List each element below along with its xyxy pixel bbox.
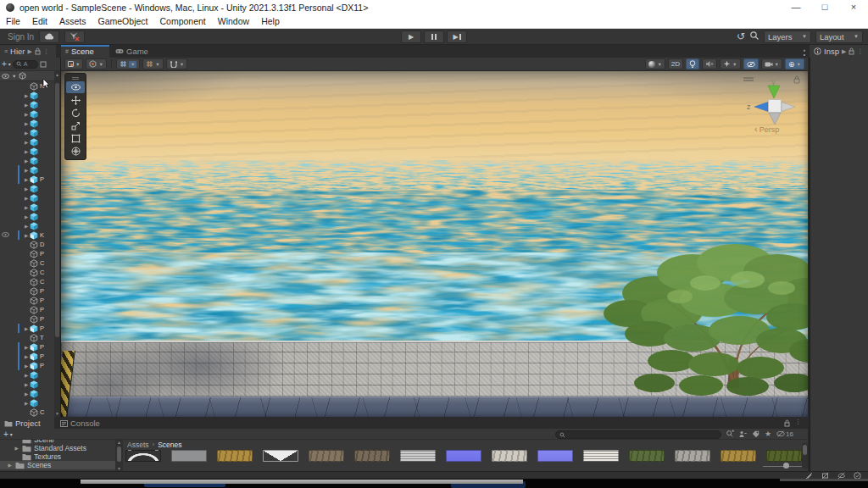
slider-knob[interactable] <box>783 463 789 469</box>
menu-assets[interactable]: Assets <box>53 16 92 26</box>
texture-purple-2[interactable] <box>537 450 573 462</box>
scroll-up-icon[interactable]: ▲ <box>115 440 123 445</box>
menu-window[interactable]: Window <box>212 16 255 26</box>
hierarchy-item[interactable]: T <box>0 333 60 342</box>
texture-marble[interactable] <box>400 450 436 462</box>
grid-snapping-button[interactable]: ▼ <box>116 58 140 69</box>
project-tree-scrollbar[interactable]: ▲ ▼ <box>115 440 123 471</box>
search-button[interactable] <box>749 29 760 44</box>
hierarchy-item[interactable]: C <box>0 277 60 286</box>
kebab-menu-icon[interactable]: ⋮ <box>43 48 49 55</box>
texture-green[interactable] <box>629 450 665 462</box>
perspective-label[interactable]: ‹Persp <box>754 124 779 134</box>
tool-handle-position-button[interactable]: ▼ <box>64 58 83 69</box>
overlay-drag-handle[interactable] <box>66 75 85 80</box>
hierarchy-scrollbar[interactable]: ▲ ▼ <box>54 71 60 417</box>
thumbnail-zoom-slider[interactable] <box>763 464 802 468</box>
favorites-star-icon[interactable]: ★ <box>765 430 771 438</box>
hierarchy-item[interactable]: ▶ <box>0 221 60 230</box>
hierarchy-item[interactable]: ▶ <box>0 380 60 389</box>
hierarchy-item[interactable]: N <box>0 81 60 91</box>
foldout-arrow-icon[interactable]: ▶ <box>23 149 30 154</box>
hierarchy-item[interactable]: ▶ <box>0 398 60 408</box>
texture-rock-dark[interactable] <box>354 450 390 462</box>
hierarchy-item[interactable]: ▶ <box>0 91 60 100</box>
foldout-arrow-icon[interactable]: ▶ <box>23 345 30 350</box>
foldout-arrow-icon[interactable]: ▶ <box>23 158 30 164</box>
foldout-arrow-icon[interactable]: ▶ <box>23 103 30 108</box>
hierarchy-item[interactable]: ▶ <box>0 202 60 212</box>
hidden-packages-toggle[interactable]: 16 <box>776 430 793 438</box>
scroll-up-icon[interactable]: ▲ <box>54 72 60 77</box>
hierarchy-item[interactable]: ▶ <box>0 156 60 165</box>
foldout-arrow-icon[interactable]: ▶ <box>23 112 30 117</box>
rect-tool-button[interactable] <box>66 132 85 144</box>
search-by-label-icon[interactable] <box>739 430 747 438</box>
foldout-arrow-icon[interactable]: ▶ <box>23 326 30 331</box>
collab-button[interactable] <box>64 30 85 43</box>
hierarchy-item[interactable]: ▶ <box>0 389 60 398</box>
foldout-arrow-icon[interactable]: ▶ <box>7 463 13 468</box>
arrow-right-icon[interactable]: ▶ <box>28 48 32 55</box>
hierarchy-item[interactable]: ▶ <box>0 212 60 221</box>
hierarchy-item[interactable]: ▶P <box>0 175 60 184</box>
hierarchy-item[interactable]: C <box>0 408 60 417</box>
foldout-arrow-icon[interactable]: ▶ <box>23 373 30 378</box>
scrollbar-thumb[interactable] <box>117 446 121 462</box>
maximize-button[interactable]: □ <box>810 0 839 14</box>
hierarchy-item[interactable]: ▶ <box>0 100 60 109</box>
project-tree-item-textures[interactable]: Textures <box>0 452 115 461</box>
cloud-services-button[interactable] <box>39 30 59 43</box>
menu-help[interactable]: Help <box>255 16 286 26</box>
undo-history-button[interactable]: ↺ <box>737 30 745 42</box>
foldout-arrow-icon[interactable]: ▶ <box>23 196 30 201</box>
scroll-down-icon[interactable]: ▼ <box>54 411 60 416</box>
hierarchy-item[interactable]: ▶ <box>0 137 60 147</box>
hierarchy-item[interactable]: ▶ <box>0 184 60 193</box>
hierarchy-item[interactable]: ▶K <box>0 230 60 240</box>
texture-rock[interactable] <box>309 450 344 462</box>
camera-settings-button[interactable]: ▼ <box>761 58 782 69</box>
layers-dropdown[interactable]: Layers▼ <box>764 30 811 43</box>
foldout-arrow-icon[interactable]: ▶ <box>23 224 30 229</box>
hierarchy-item[interactable]: ▶ <box>0 165 60 175</box>
chevron-down-icon[interactable]: ▾ <box>10 431 13 437</box>
foldout-arrow-icon[interactable]: ▶ <box>23 140 30 145</box>
create-button[interactable]: + <box>2 59 7 69</box>
foldout-arrow-icon[interactable]: ▶ <box>23 205 30 210</box>
gizmos-button[interactable]: ⊕ ▼ <box>785 58 804 69</box>
hierarchy-item[interactable]: C <box>0 268 60 277</box>
project-tree-item-scenes[interactable]: ▶Scenes <box>0 461 115 469</box>
foldout-arrow-icon[interactable]: ▶ <box>23 401 30 406</box>
rotate-tool-button[interactable] <box>66 107 85 119</box>
texture-arc[interactable] <box>125 450 161 462</box>
arrow-right-icon[interactable]: ▶ <box>842 48 846 55</box>
hierarchy-item[interactable]: C <box>0 258 60 268</box>
minimize-button[interactable]: — <box>782 0 810 14</box>
tab-project[interactable]: Project <box>0 417 54 430</box>
step-button[interactable]: ▶ <box>447 30 467 43</box>
lighting-toggle-button[interactable] <box>686 58 699 69</box>
breadcrumb-scenes[interactable]: Scenes <box>158 441 181 449</box>
chevron-down-icon[interactable]: ▾ <box>8 61 11 67</box>
foldout-arrow-icon[interactable]: ▶ <box>14 446 19 451</box>
project-search-input[interactable] <box>555 430 721 439</box>
hierarchy-item[interactable]: ▶P <box>0 342 60 352</box>
tab-hierarchy[interactable]: ≡ Hier ▶ ⋮ <box>0 45 56 58</box>
foldout-arrow-icon[interactable]: ▶ <box>23 363 30 369</box>
play-button[interactable]: ▶ <box>401 30 421 43</box>
scale-tool-button[interactable] <box>66 119 85 131</box>
scrollbar-thumb[interactable] <box>803 445 807 455</box>
texture-purple[interactable] <box>446 450 481 462</box>
create-button[interactable]: + <box>3 430 8 439</box>
scene-viewport[interactable]: y z ‹Persp <box>61 71 808 417</box>
hierarchy-item[interactable]: ▶P <box>0 324 60 333</box>
tag-icon[interactable] <box>752 430 760 438</box>
picker-icon[interactable] <box>40 61 47 68</box>
breadcrumb-assets[interactable]: Assets <box>127 441 149 449</box>
kebab-menu-icon[interactable]: ⋮ <box>857 48 863 55</box>
lock-icon[interactable] <box>849 47 854 55</box>
transform-tool-button[interactable] <box>66 145 85 157</box>
hierarchy-item[interactable]: ▶P <box>0 361 60 370</box>
hierarchy-item[interactable]: ▶ <box>0 119 60 128</box>
